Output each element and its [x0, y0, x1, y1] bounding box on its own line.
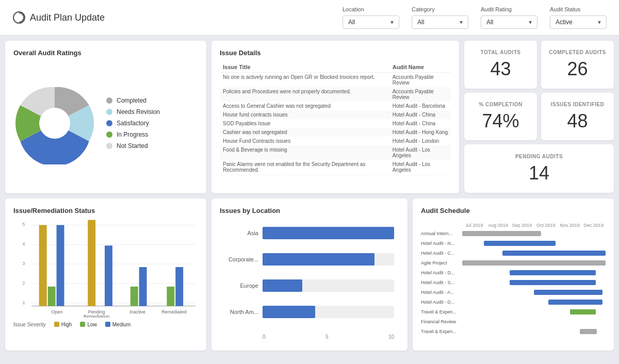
pending-audits-value: 14: [529, 162, 549, 184]
gantt-row: Hotel Audit - N...: [421, 240, 606, 247]
x-label-0: 0: [263, 334, 266, 340]
gantt-bar: [484, 241, 556, 246]
hbar-europe-fill: [263, 279, 302, 292]
location-select[interactable]: All ▾: [343, 15, 399, 29]
hbar-north-am: North Am...: [225, 306, 394, 318]
gantt-bar: [462, 260, 606, 266]
audit-cell: Hotel Audit - China: [389, 119, 451, 128]
legend-dot-not-started: [106, 143, 112, 149]
legend-label-not-started: Not Started: [117, 142, 148, 150]
svg-text:Pending: Pending: [88, 309, 105, 314]
gantt-bar: [548, 300, 603, 305]
completed-audits-value: 26: [567, 58, 588, 80]
gantt-bar: [462, 231, 541, 236]
hbar-north-am-fill: [263, 306, 315, 318]
audit-ratings-content: Completed Needs Revision Satisfactory In…: [13, 62, 198, 185]
audit-status-select[interactable]: Active ▾: [550, 15, 607, 29]
category-filter: Category All ▾: [412, 6, 468, 29]
hbar-corporate-track: [263, 253, 394, 266]
remediation-legend: Issue Severity High Low Medium: [13, 322, 198, 327]
pie-legend: Completed Needs Revision Satisfactory In…: [106, 97, 160, 150]
legend-dot-completed: [106, 97, 112, 104]
svg-rect-18: [105, 245, 112, 306]
category-label: Category: [412, 6, 468, 12]
gantt-chart: Jul 2019 Aug 2019 Sep 2019 Oct 2019 Nov …: [421, 223, 606, 343]
svg-rect-13: [39, 225, 47, 306]
legend-medium: Medium: [105, 322, 131, 327]
total-audits-card: TOTAL AUDITS 43: [464, 41, 537, 89]
col-issue-title: Issue Title: [220, 62, 389, 73]
issue-cell: Panic Alarms were not enabled for the Se…: [220, 160, 389, 174]
gantt-month-nov: Nov 2019: [558, 223, 581, 228]
issue-table: Issue Title Audit Name No one is activel…: [220, 62, 451, 175]
issue-cell: No one is actively running an Open GR or…: [220, 73, 389, 88]
audit-cell: Hotel Audit - Hong Kong: [389, 128, 451, 137]
remediation-title: Issue/Remediation Status: [13, 207, 198, 214]
svg-text:Open: Open: [52, 309, 63, 314]
gantt-row: Financial Review: [421, 318, 606, 325]
legend-item-needs-revision: Needs Revision: [106, 108, 160, 115]
hbar-corporate-label: Corporate...: [225, 256, 258, 262]
schedule-card: Audit Schedule Jul 2019 Aug 2019 Sep 201…: [413, 198, 614, 351]
location-title: Issues by Location: [220, 207, 399, 214]
remediation-card: Issue/Remediation Status 5 4 3 2 1: [5, 198, 206, 351]
gantt-row: Agile Project: [421, 259, 606, 267]
audit-ratings-title: Overall Audit Ratings: [13, 49, 198, 57]
gantt-bar: [570, 309, 596, 315]
issue-table-wrapper[interactable]: Issue Title Audit Name No one is activel…: [220, 62, 451, 175]
completion-pct-card: % COMPLETION 74%: [464, 93, 537, 141]
svg-text:1: 1: [22, 300, 25, 305]
issues-identified-value: 48: [567, 110, 588, 132]
gantt-track: [462, 231, 606, 236]
audit-cell: Hotel Audit - London: [389, 137, 451, 145]
stats-column: TOTAL AUDITS 43 COMPLETED AUDITS 26 % CO…: [464, 41, 614, 193]
hbar-asia: Asia: [225, 227, 394, 239]
svg-rect-21: [131, 286, 138, 306]
gantt-row: Hotel Audit - D...: [421, 269, 606, 276]
remediation-chart-wrapper: 5 4 3 2 1: [13, 220, 198, 343]
legend-item-not-started: Not Started: [106, 142, 160, 150]
issue-cell: Cashier was not segregated: [220, 128, 389, 137]
audit-ratings-card: Overall Audit Ratings: [5, 41, 206, 193]
legend-high-label: High: [61, 322, 72, 327]
legend-severity-text: Issue Severity: [13, 322, 46, 327]
issue-cell: House fund contracts issues: [220, 110, 389, 119]
audit-cell: Hotel Audit - China: [389, 110, 451, 119]
legend-low: Low: [80, 322, 96, 327]
gantt-row: Travel & Expen...: [421, 308, 606, 316]
gantt-row: Hotel Audit - D...: [421, 299, 606, 306]
audit-status-label: Audit Status: [550, 6, 607, 12]
stats-top-row: TOTAL AUDITS 43 COMPLETED AUDITS 26: [464, 41, 614, 89]
issue-cell: Policies and Procedures were not properl…: [220, 87, 389, 102]
table-row: Policies and Procedures were not properl…: [220, 87, 451, 102]
table-row: House fund contracts issuesHotel Audit -…: [220, 110, 451, 119]
schedule-title: Audit Schedule: [421, 207, 606, 214]
gantt-row-label: Travel & Expen...: [421, 329, 462, 334]
legend-item-completed: Completed: [106, 97, 160, 104]
completion-pct-label: % COMPLETION: [479, 102, 522, 107]
svg-text:5: 5: [22, 222, 25, 227]
legend-dot-needs-revision: [106, 109, 112, 115]
hbar-north-am-track: [263, 306, 394, 318]
x-label-10: 10: [388, 334, 394, 340]
gantt-row-label: Travel & Expen...: [421, 309, 462, 315]
svg-rect-17: [88, 220, 95, 306]
category-select[interactable]: All ▾: [412, 15, 468, 29]
gantt-track: [462, 300, 606, 305]
gantt-row-label: Agile Project: [421, 260, 462, 266]
gantt-track: [462, 329, 606, 334]
issue-cell: SOD Payables Issue: [220, 119, 389, 128]
legend-high-dot: [54, 322, 59, 327]
gantt-month-sep: Sep 2019: [510, 223, 534, 228]
hbar-europe-label: Europe: [225, 283, 258, 289]
audit-cell: Hotel Audit - Taiwan: [389, 174, 451, 175]
table-row: House Fund Contracts issuesHotel Audit -…: [220, 137, 451, 145]
app-title: Audit Plan Update: [12, 11, 326, 24]
gantt-row-label: Financial Review: [421, 319, 462, 324]
gantt-row: Hotel Audit - C...: [421, 250, 606, 257]
audit-rating-select[interactable]: All ▾: [481, 15, 537, 29]
gantt-row-label: Hotel Audit - D...: [421, 270, 462, 275]
hbar-north-am-label: North Am...: [225, 309, 258, 315]
gantt-track: [462, 319, 606, 324]
gantt-bar: [510, 270, 596, 275]
